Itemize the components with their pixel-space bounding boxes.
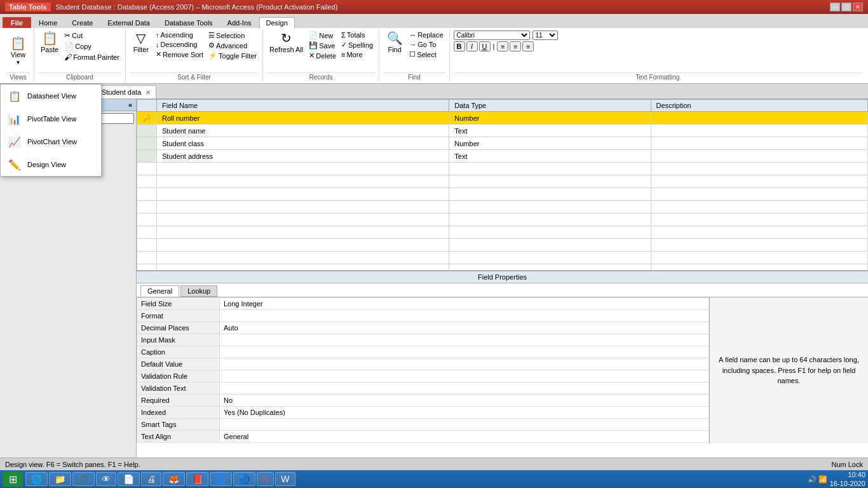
table-row[interactable]: 🔑 Roll number Number bbox=[137, 112, 868, 125]
selection-button[interactable]: ☰ Selection bbox=[207, 30, 259, 40]
prop-value[interactable] bbox=[220, 346, 709, 358]
advanced-button[interactable]: ⚙ Advanced bbox=[207, 41, 259, 50]
props-tab-lookup[interactable]: Lookup bbox=[180, 285, 217, 297]
bold-button[interactable]: B bbox=[454, 41, 465, 51]
prop-value[interactable]: No bbox=[220, 395, 709, 407]
window-title: Student Database : Database (Access 2007… bbox=[56, 3, 338, 11]
view-pivot-table-item[interactable]: 📊 PivotTable View bbox=[1, 107, 101, 130]
title-bar-left: Table Tools Student Database : Database … bbox=[5, 3, 337, 11]
prop-value[interactable] bbox=[220, 419, 709, 431]
goto-button[interactable]: → Go To bbox=[407, 40, 445, 49]
cut-icon: ✂ bbox=[64, 31, 71, 40]
ribbon-group-text-formatting: Calibri 11 B I U | ≡ ≡ ≡ Text Formatting bbox=[450, 29, 865, 82]
selection-icon: ☰ bbox=[208, 31, 215, 39]
taskbar-file[interactable]: 📄 bbox=[118, 472, 140, 486]
view-datasheet-item[interactable]: 📋 Datasheet View bbox=[1, 85, 101, 107]
datasheet-view-label: Datasheet View bbox=[27, 92, 76, 100]
replace-button[interactable]: ↔ Replace bbox=[407, 30, 445, 39]
italic-button[interactable]: I bbox=[466, 41, 478, 51]
font-family-select[interactable]: Calibri bbox=[454, 30, 530, 40]
tab-external-data[interactable]: External Data bbox=[100, 17, 157, 28]
taskbar-edge[interactable]: 🌀 bbox=[210, 472, 232, 486]
taskbar-folder[interactable]: 📁 bbox=[49, 472, 71, 486]
save-button[interactable]: 💾 Save bbox=[307, 41, 338, 50]
prop-label: Input Mask bbox=[137, 334, 220, 346]
view-button[interactable]: 📋 View ▼ bbox=[7, 36, 30, 67]
format-painter-button[interactable]: 🖌 Format Painter bbox=[62, 52, 121, 62]
more-button[interactable]: ≡ More bbox=[339, 50, 375, 59]
taskbar-eye[interactable]: 👁 bbox=[96, 472, 116, 486]
close-button[interactable]: ✕ bbox=[853, 3, 863, 11]
prop-value[interactable]: Auto bbox=[220, 322, 709, 334]
filter-button[interactable]: ▽ Filter bbox=[130, 30, 153, 55]
descending-button[interactable]: ↓ Descending bbox=[154, 40, 205, 49]
paste-button[interactable]: 📋 Paste bbox=[38, 30, 61, 55]
view-dropdown-arrow[interactable]: ▼ bbox=[16, 60, 21, 65]
taskbar-media[interactable]: 🎵 bbox=[72, 472, 95, 486]
pivot-table-view-label: PivotTable View bbox=[27, 115, 76, 123]
taskbar-chrome[interactable]: 🔵 bbox=[233, 472, 255, 486]
data-type-col-header: Data Type bbox=[449, 100, 651, 112]
refresh-all-button[interactable]: ↻ Refresh All bbox=[267, 30, 306, 55]
tab-design[interactable]: Design bbox=[259, 17, 295, 29]
delete-button[interactable]: ✕ Delete bbox=[307, 51, 338, 60]
format-painter-icon: 🖌 bbox=[64, 53, 72, 62]
prop-value[interactable] bbox=[220, 383, 709, 395]
empty-table-row bbox=[137, 226, 868, 239]
align-left-button[interactable]: ≡ bbox=[497, 41, 508, 51]
table-row[interactable]: Student class Number bbox=[137, 137, 868, 150]
table-row[interactable]: Student address Text bbox=[137, 150, 868, 163]
restore-button[interactable]: □ bbox=[841, 3, 851, 11]
view-design-item[interactable]: ✏️ Design View bbox=[1, 153, 101, 176]
remove-sort-button[interactable]: ✕ Remove Sort bbox=[154, 50, 205, 59]
tab-database-tools[interactable]: Database Tools bbox=[158, 17, 220, 28]
taskbar-firefox[interactable]: 🦊 bbox=[163, 472, 185, 486]
toggle-filter-button[interactable]: ⚡ Toggle Filter bbox=[207, 51, 259, 60]
prop-value[interactable] bbox=[220, 358, 709, 370]
pivot-table-icon: 📊 bbox=[7, 111, 22, 126]
copy-button[interactable]: 📄 Copy bbox=[62, 41, 121, 51]
prop-value[interactable] bbox=[220, 370, 709, 383]
taskbar-access[interactable]: A bbox=[257, 472, 274, 486]
taskbar-ie[interactable]: 🌐 bbox=[25, 472, 48, 486]
taskbar-hp[interactable]: 🖨 bbox=[141, 472, 161, 486]
prop-label: Format bbox=[137, 310, 220, 322]
totals-label: Totals bbox=[347, 31, 365, 39]
tab-file[interactable]: File bbox=[3, 17, 31, 28]
taskbar-time: 10:40 bbox=[830, 470, 865, 479]
align-center-button[interactable]: ≡ bbox=[510, 41, 521, 51]
view-pivot-chart-item[interactable]: 📈 PivotChart View bbox=[1, 130, 101, 153]
totals-button[interactable]: Σ Totals bbox=[339, 30, 375, 39]
find-button[interactable]: 🔍 Find bbox=[383, 30, 406, 55]
prop-value[interactable]: Yes (No Duplicates) bbox=[220, 407, 709, 419]
description-col-header: Description bbox=[651, 100, 867, 112]
select-icon: ☐ bbox=[409, 50, 416, 58]
font-size-select[interactable]: 11 bbox=[532, 30, 558, 40]
taskbar-word[interactable]: W bbox=[275, 472, 295, 486]
minimize-button[interactable]: ─ bbox=[830, 3, 840, 11]
prop-value[interactable]: General bbox=[220, 431, 709, 443]
design-area: Field Name Data Type Description 🔑 Roll … bbox=[137, 99, 868, 458]
props-tab-general[interactable]: General bbox=[140, 285, 179, 297]
tab-add-ins[interactable]: Add-Ins bbox=[220, 17, 259, 28]
ascending-button[interactable]: ↑ Ascending bbox=[154, 30, 205, 39]
taskbar-acrobat[interactable]: 📕 bbox=[186, 472, 208, 486]
table-row[interactable]: Student name Text bbox=[137, 125, 868, 137]
prop-value[interactable] bbox=[220, 334, 709, 346]
underline-button[interactable]: U bbox=[479, 41, 491, 51]
prop-value[interactable]: Long Integer bbox=[220, 298, 709, 310]
prop-value[interactable] bbox=[220, 310, 709, 322]
tab-create[interactable]: Create bbox=[65, 17, 100, 28]
props-table-container: Field Size Long Integer Format Decimal P… bbox=[137, 297, 709, 444]
cut-button[interactable]: ✂ Cut bbox=[62, 30, 121, 41]
tab-close-icon[interactable]: ✕ bbox=[146, 89, 151, 96]
spelling-button[interactable]: ✓ Spelling bbox=[339, 40, 375, 50]
new-button[interactable]: 📄 New bbox=[307, 30, 338, 40]
select-button[interactable]: ☐ Select bbox=[407, 50, 445, 59]
empty-desc bbox=[651, 163, 867, 175]
props-row: Indexed Yes (No Duplicates) bbox=[137, 407, 709, 419]
tab-home[interactable]: Home bbox=[32, 17, 64, 28]
nav-panel-collapse-icon[interactable]: « bbox=[128, 101, 132, 109]
start-button[interactable]: ⊞ bbox=[3, 471, 23, 487]
align-right-button[interactable]: ≡ bbox=[522, 41, 534, 51]
